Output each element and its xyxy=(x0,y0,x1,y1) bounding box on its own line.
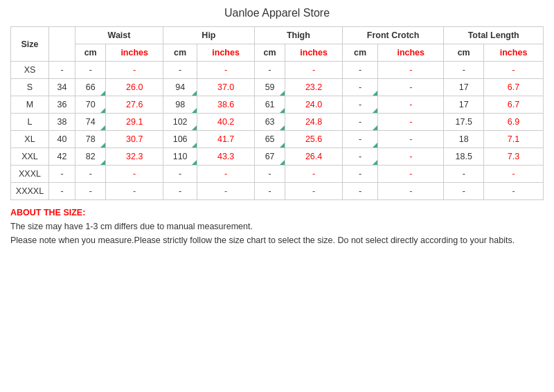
table-cell: XL xyxy=(11,131,49,148)
hip-inches: inches xyxy=(197,44,255,62)
table-cell: 67 xyxy=(254,148,285,166)
table-cell: XXXL xyxy=(11,166,49,183)
table-cell: - xyxy=(342,183,377,200)
table-cell: 7.3 xyxy=(484,148,544,166)
table-cell: 25.6 xyxy=(285,131,343,148)
table-cell: - xyxy=(197,166,255,183)
notes-line2: Please note when you measure.Please stri… xyxy=(10,235,515,245)
table-cell: - xyxy=(342,131,377,148)
table-cell: 38 xyxy=(49,114,75,131)
table-cell: 24.8 xyxy=(285,114,343,131)
col-front-crotch: Front Crotch xyxy=(342,27,443,44)
table-cell: S xyxy=(11,79,49,96)
table-cell: 18.5 xyxy=(444,148,484,166)
table-cell: - xyxy=(254,62,285,79)
table-cell: - xyxy=(342,79,377,96)
table-cell: - xyxy=(285,166,343,183)
table-cell: - xyxy=(254,183,285,200)
table-cell: 29.1 xyxy=(106,114,163,131)
table-cell: 61 xyxy=(254,96,285,114)
table-cell: - xyxy=(484,62,544,79)
tl-inches: inches xyxy=(484,44,544,62)
size-chart: Size Waist Hip Thigh Front Crotch Total … xyxy=(10,26,544,200)
table-cell: 34 xyxy=(49,79,75,96)
hip-cm: cm xyxy=(163,44,197,62)
table-cell: - xyxy=(342,166,377,183)
table-cell: M xyxy=(11,96,49,114)
table-cell: - xyxy=(444,183,484,200)
notes-line1: The size may have 1-3 cm differs due to … xyxy=(10,222,253,231)
table-cell: 65 xyxy=(254,131,285,148)
table-cell: - xyxy=(378,62,444,79)
table-cell: 23.2 xyxy=(285,79,343,96)
table-cell: - xyxy=(378,166,444,183)
table-cell: 26.4 xyxy=(285,148,343,166)
table-cell: - xyxy=(106,183,163,200)
table-cell: - xyxy=(444,166,484,183)
table-cell: 7.1 xyxy=(484,131,544,148)
table-cell: 26.0 xyxy=(106,79,163,96)
table-cell: - xyxy=(342,96,377,114)
table-cell: 102 xyxy=(163,114,197,131)
table-cell: - xyxy=(163,183,197,200)
table-cell: - xyxy=(378,79,444,96)
table-cell: - xyxy=(342,62,377,79)
table-cell: - xyxy=(444,62,484,79)
table-cell: XXL xyxy=(11,148,49,166)
table-cell: 40.2 xyxy=(197,114,255,131)
table-cell: - xyxy=(163,62,197,79)
table-cell: - xyxy=(484,166,544,183)
table-cell: 27.6 xyxy=(106,96,163,114)
table-cell: - xyxy=(163,166,197,183)
table-cell: 110 xyxy=(163,148,197,166)
fc-inches: inches xyxy=(378,44,444,62)
table-cell: 43.3 xyxy=(197,148,255,166)
table-cell: - xyxy=(285,183,343,200)
table-cell: - xyxy=(254,166,285,183)
table-cell: - xyxy=(378,148,444,166)
table-cell: 82 xyxy=(75,148,106,166)
col-total-length: Total Length xyxy=(444,27,544,44)
table-cell: 41.7 xyxy=(197,131,255,148)
table-cell: 32.3 xyxy=(106,148,163,166)
table-cell: 38.6 xyxy=(197,96,255,114)
table-cell: 98 xyxy=(163,96,197,114)
table-cell: - xyxy=(378,114,444,131)
table-cell: 42 xyxy=(49,148,75,166)
table-cell: - xyxy=(484,183,544,200)
col-hip: Hip xyxy=(163,27,254,44)
table-cell: - xyxy=(49,62,75,79)
tl-cm: cm xyxy=(444,44,484,62)
col-thigh: Thigh xyxy=(254,27,342,44)
table-cell: 24.0 xyxy=(285,96,343,114)
table-cell: - xyxy=(378,183,444,200)
notes-section: ABOUT THE SIZE: The size may have 1-3 cm… xyxy=(10,206,544,247)
table-cell: - xyxy=(342,148,377,166)
table-cell: 17 xyxy=(444,96,484,114)
table-cell: - xyxy=(75,166,106,183)
table-cell: 63 xyxy=(254,114,285,131)
store-title: Uanloe Apparel Store xyxy=(10,7,544,19)
table-cell: 17.5 xyxy=(444,114,484,131)
table-cell: - xyxy=(49,166,75,183)
table-cell: 59 xyxy=(254,79,285,96)
table-cell: XS xyxy=(11,62,49,79)
table-cell: L xyxy=(11,114,49,131)
table-cell: 74 xyxy=(75,114,106,131)
thigh-inches: inches xyxy=(285,44,343,62)
table-cell: XXXXL xyxy=(11,183,49,200)
table-cell: 17 xyxy=(444,79,484,96)
waist-inches: inches xyxy=(106,44,163,62)
table-cell: - xyxy=(75,62,106,79)
table-cell: - xyxy=(106,166,163,183)
table-cell: - xyxy=(197,183,255,200)
table-cell: 6.9 xyxy=(484,114,544,131)
col-size-num xyxy=(49,27,75,62)
table-cell: 36 xyxy=(49,96,75,114)
table-cell: 6.7 xyxy=(484,79,544,96)
table-cell: 18 xyxy=(444,131,484,148)
table-cell: - xyxy=(378,96,444,114)
table-cell: 78 xyxy=(75,131,106,148)
table-cell: - xyxy=(49,183,75,200)
col-waist: Waist xyxy=(75,27,163,44)
